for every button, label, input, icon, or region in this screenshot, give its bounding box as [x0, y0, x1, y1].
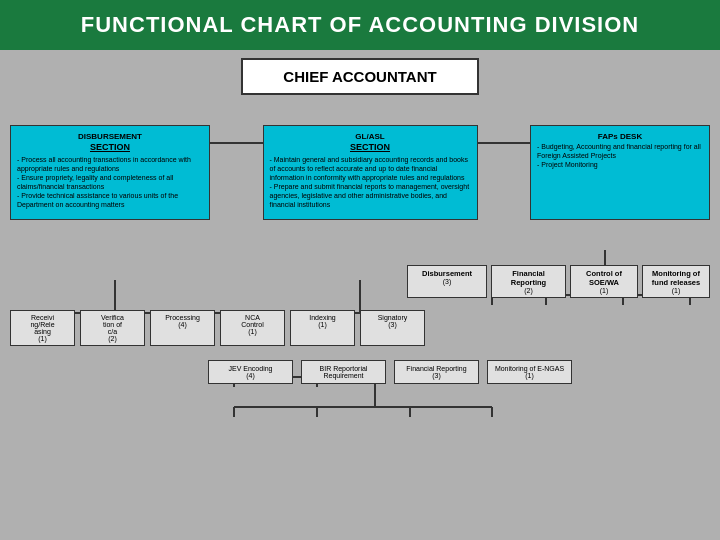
sub-box-control: Control of SOE/WA (1) [570, 265, 638, 298]
sub-box-disbursement-title: Disbursement [410, 269, 484, 278]
glasl-title: GL/ASL [270, 132, 471, 141]
chief-label: CHIEF ACCOUNTANT [283, 68, 436, 85]
glasl-text: - Maintain general and subsidiary accoun… [270, 155, 471, 210]
financial-reporting-box: Financial Reporting (3) [394, 360, 479, 384]
bir-label: BIR Reportorial Requirement [304, 365, 383, 379]
sub-box-monitoring-num: (1) [645, 287, 707, 294]
node-processing: Processing (4) [150, 310, 215, 346]
sub-box-disbursement: Disbursement (3) [407, 265, 487, 298]
disbursement-name: SECTION [17, 142, 203, 152]
bir-box: BIR Reportorial Requirement [301, 360, 386, 384]
glasl-section: GL/ASL SECTION - Maintain general and su… [263, 125, 478, 220]
node-receiving: Receiving/Releasing (1) [10, 310, 75, 346]
node-receiving-label: Receiving/Releasing [13, 314, 72, 335]
node-nca-label: NCAControl [223, 314, 282, 328]
sub-box-financial-title: Financial Reporting [494, 269, 563, 287]
sub-box-financial-reporting: Financial Reporting (2) [491, 265, 566, 298]
faps-section: FAPs DESK - Budgeting, Accounting and fi… [530, 125, 710, 220]
financial-reporting-label: Financial Reporting [397, 365, 476, 372]
node-processing-num: (4) [153, 321, 212, 328]
faps-title: FAPs DESK [537, 132, 703, 141]
node-indexing-label: Indexing [293, 314, 352, 321]
sub-box-monitoring-title: Monitoring of fund releases [645, 269, 707, 287]
financial-reporting-num: (3) [397, 372, 476, 379]
engas-label: Monitoring of E-NGAS [490, 365, 569, 372]
node-signatory-label: Signatory [363, 314, 422, 321]
header-title: FUNCTIONAL CHART OF ACCOUNTING DIVISION [81, 12, 639, 37]
node-processing-label: Processing [153, 314, 212, 321]
faps-text: - Budgeting, Accounting and financial re… [537, 142, 703, 169]
glasl-name: SECTION [270, 142, 471, 152]
engas-num: (1) [490, 372, 569, 379]
sub-box-disbursement-num: (3) [410, 278, 484, 285]
jev-encoding-label: JEV Encoding [211, 365, 290, 372]
engas-box: Monitoring of E-NGAS (1) [487, 360, 572, 384]
sub-box-financial-num: (2) [494, 287, 563, 294]
sub-box-control-title: Control of SOE/WA [573, 269, 635, 287]
node-nca-num: (1) [223, 328, 282, 335]
node-nca: NCAControl (1) [220, 310, 285, 346]
disbursement-text: - Process all accounting transactions in… [17, 155, 203, 210]
page-wrapper: FUNCTIONAL CHART OF ACCOUNTING DIVISION … [0, 0, 720, 540]
node-receiving-num: (1) [13, 335, 72, 342]
node-indexing: Indexing (1) [290, 310, 355, 346]
node-indexing-num: (1) [293, 321, 352, 328]
node-signatory: Signatory (3) [360, 310, 425, 346]
node-verification-label: Verification ofc/a [83, 314, 142, 335]
node-signatory-num: (3) [363, 321, 422, 328]
node-verification-num: (2) [83, 335, 142, 342]
disbursement-title: DISBURSEMENT [17, 132, 203, 141]
chief-accountant-box: CHIEF ACCOUNTANT [241, 58, 478, 95]
node-verification: Verification ofc/a (2) [80, 310, 145, 346]
sub-box-control-num: (1) [573, 287, 635, 294]
sub-box-monitoring: Monitoring of fund releases (1) [642, 265, 710, 298]
jev-encoding-box: JEV Encoding (4) [208, 360, 293, 384]
jev-encoding-num: (4) [211, 372, 290, 379]
header-bar: FUNCTIONAL CHART OF ACCOUNTING DIVISION [0, 0, 720, 50]
disbursement-section: DISBURSEMENT SECTION - Process all accou… [10, 125, 210, 220]
